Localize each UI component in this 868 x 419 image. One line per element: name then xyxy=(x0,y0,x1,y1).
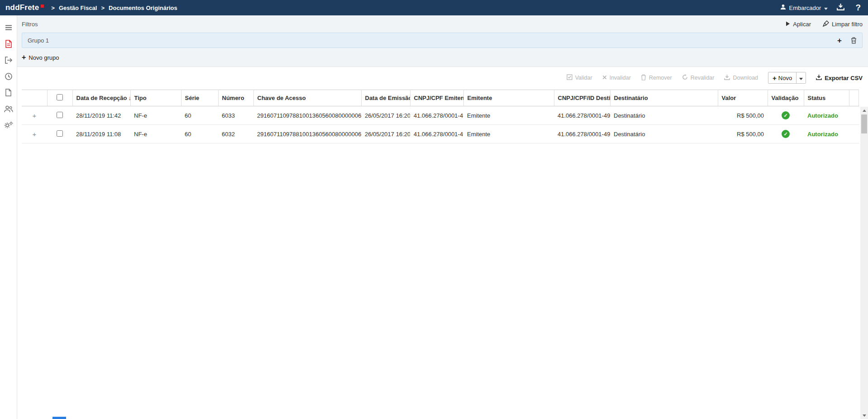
header-data-recepcao[interactable]: Data de Recepção↓ xyxy=(72,90,130,106)
cell-destinatario: Destinatário xyxy=(610,125,718,143)
help-icon: ? xyxy=(855,3,861,12)
header-destinatario[interactable]: Destinatário xyxy=(610,90,718,106)
vertical-scrollbar[interactable] xyxy=(860,107,868,419)
sidebar xyxy=(0,15,17,419)
breadcrumb-item-gestao-fiscal[interactable]: Gestão Fiscal xyxy=(59,5,97,11)
header-cnpj-destinatario[interactable]: CNPJ/CPF/ID Destin... xyxy=(554,90,610,106)
cell-serie: 60 xyxy=(181,106,218,125)
cell-status: Autorizado xyxy=(804,125,849,143)
header-numero[interactable]: Número xyxy=(218,90,253,106)
validation-success-icon: ✓ xyxy=(782,111,790,119)
scroll-down-button[interactable] xyxy=(860,412,868,419)
validate-label: Validar xyxy=(575,75,592,81)
users-icon xyxy=(4,105,13,114)
export-csv-label: Exportar CSV xyxy=(825,75,863,81)
cell-tipo: NF-e xyxy=(130,106,181,125)
remove-label: Remover xyxy=(649,75,672,81)
cell-filler xyxy=(849,125,859,143)
sidebar-item-documents[interactable] xyxy=(1,85,16,101)
cell-chave-acesso: 2916071109788100136056008000000660400... xyxy=(253,125,361,143)
row-checkbox[interactable] xyxy=(57,112,63,118)
revalidate-button[interactable]: Revalidar xyxy=(682,74,715,81)
header-validacao[interactable]: Validação xyxy=(768,90,804,106)
cell-chave-acesso: 2916071109788100136056008000000660400... xyxy=(253,106,361,125)
table-toolbar: Validar Invalidar Remover xyxy=(22,71,863,84)
main-content: Filtros Aplicar Limpar filtro xyxy=(17,15,868,419)
cell-serie: 60 xyxy=(181,125,218,143)
breadcrumb-item-documentos-originarios[interactable]: Documentos Originários xyxy=(109,5,177,11)
header-data-emissao[interactable]: Data de Emissão xyxy=(361,90,410,106)
header-status[interactable]: Status xyxy=(804,90,849,106)
scrollbar-thumb[interactable] xyxy=(861,114,867,133)
user-menu[interactable]: Embarcador xyxy=(780,4,828,11)
select-all-checkbox[interactable] xyxy=(57,94,63,100)
trash-icon xyxy=(641,74,646,82)
cell-data-recepcao: 28/11/2019 11:08 xyxy=(72,125,130,143)
sidebar-item-menu[interactable] xyxy=(1,20,16,36)
expand-row-icon[interactable]: + xyxy=(33,112,37,119)
app-logo[interactable]: nddFrete xyxy=(5,3,44,12)
fiscal-document-icon xyxy=(5,40,12,49)
clear-filter-label: Limpar filtro xyxy=(832,21,863,28)
delete-group-icon[interactable] xyxy=(851,37,857,44)
header-tipo[interactable]: Tipo xyxy=(130,90,181,106)
new-document-dropdown-button[interactable] xyxy=(796,72,806,83)
downloads-button[interactable] xyxy=(837,4,844,12)
documents-section: Validar Invalidar Remover xyxy=(17,71,868,143)
download-tray-icon xyxy=(837,4,844,12)
table-row[interactable]: + 28/11/2019 11:42 NF-e 60 6033 29160711… xyxy=(22,106,859,125)
invalidate-button[interactable]: Invalidar xyxy=(602,75,631,81)
row-checkbox[interactable] xyxy=(57,130,63,137)
breadcrumb-sep-icon: > xyxy=(51,5,55,11)
user-label: Embarcador xyxy=(789,5,821,11)
table-header-row: Data de Recepção↓ Tipo Série Número Chav… xyxy=(22,90,859,106)
sidebar-item-users[interactable] xyxy=(1,101,16,118)
validation-success-icon: ✓ xyxy=(782,130,790,138)
cell-filler xyxy=(849,106,859,125)
table-row[interactable]: + 28/11/2019 11:08 NF-e 60 6032 29160711… xyxy=(22,125,859,143)
cell-destinatario: Destinatário xyxy=(610,106,718,125)
check-square-icon xyxy=(567,74,572,81)
validate-button[interactable]: Validar xyxy=(567,74,592,81)
header-serie[interactable]: Série xyxy=(181,90,218,106)
help-button[interactable]: ? xyxy=(854,3,863,13)
clock-history-icon xyxy=(5,72,13,82)
sidebar-item-logout[interactable] xyxy=(1,52,16,69)
breadcrumb: > Gestão Fiscal > Documentos Originários xyxy=(51,5,177,11)
new-document-label: Novo xyxy=(778,75,792,81)
new-group-button[interactable]: + Novo grupo xyxy=(22,54,59,61)
cell-emitente: Emitente xyxy=(463,125,554,143)
header-chave-acesso[interactable]: Chave de Acesso xyxy=(253,90,361,106)
app-logo-text: nddFrete xyxy=(5,3,39,12)
hamburger-menu-icon xyxy=(5,24,13,33)
sort-desc-icon: ↓ xyxy=(129,95,131,101)
x-icon xyxy=(602,75,607,81)
sidebar-item-history[interactable] xyxy=(1,69,16,85)
cell-valor: R$ 500,00 xyxy=(718,125,768,143)
download-button[interactable]: Download xyxy=(724,74,758,81)
header-expand xyxy=(22,90,47,106)
cell-data-recepcao: 28/11/2019 11:42 xyxy=(72,106,130,125)
remove-button[interactable]: Remover xyxy=(641,74,672,82)
export-csv-button[interactable]: Exportar CSV xyxy=(816,74,863,81)
document-icon xyxy=(5,89,12,98)
expand-row-icon[interactable]: + xyxy=(33,130,37,138)
apply-filter-button[interactable]: Aplicar xyxy=(786,21,811,28)
pagination-partial[interactable] xyxy=(52,417,66,419)
cell-valor: R$ 500,00 xyxy=(718,106,768,125)
sidebar-item-settings[interactable] xyxy=(1,118,16,134)
refresh-icon xyxy=(682,74,688,81)
add-filter-icon[interactable]: + xyxy=(837,37,842,44)
filters-title: Filtros xyxy=(22,21,38,28)
new-group-label: Novo grupo xyxy=(29,54,59,61)
new-document-button[interactable]: + Novo xyxy=(768,72,796,83)
cell-emitente: Emitente xyxy=(463,106,554,125)
logo-red-square xyxy=(41,5,44,8)
header-cnpj-emitente[interactable]: CNPJ/CPF Emitente xyxy=(410,90,463,106)
clear-filter-button[interactable]: Limpar filtro xyxy=(823,20,863,28)
scroll-up-button[interactable] xyxy=(860,107,868,114)
filter-group-row[interactable]: Grupo 1 + xyxy=(22,33,863,48)
sidebar-item-fiscal-documents[interactable] xyxy=(1,36,16,52)
header-emitente[interactable]: Emitente xyxy=(463,90,554,106)
header-valor[interactable]: Valor xyxy=(718,90,768,106)
